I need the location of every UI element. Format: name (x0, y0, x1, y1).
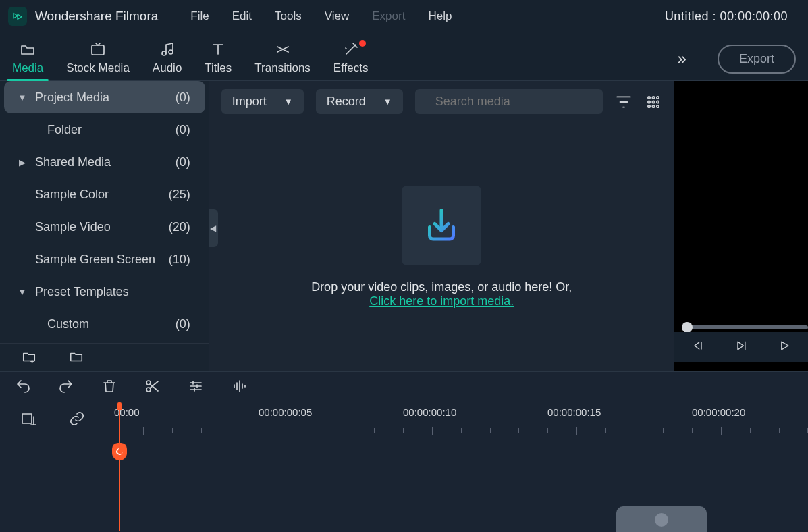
app-logo (8, 7, 27, 26)
sidebar-item-folder[interactable]: Folder(0) (4, 113, 205, 146)
media-drop-zone[interactable]: Drop your video clips, images, or audio … (209, 122, 674, 371)
sidebar-item-custom[interactable]: Custom(0) (4, 308, 205, 340)
filter-icon[interactable] (615, 93, 632, 111)
expand-arrow-icon: ▶ (16, 157, 28, 167)
document-title: Untitled : 00:00:00:00 (665, 9, 800, 24)
sidebar-item-label: Sample Color (35, 188, 161, 202)
expand-arrow-icon: ▼ (16, 92, 28, 103)
sidebar-collapse-handle[interactable]: ◀ (209, 209, 218, 247)
svg-point-12 (657, 105, 659, 107)
tab-audio[interactable]: Audio (153, 41, 182, 80)
svg-point-7 (648, 101, 650, 103)
record-label: Record (327, 95, 366, 109)
new-folder-icon[interactable] (69, 349, 84, 367)
text-icon (210, 41, 226, 57)
delete-button[interactable] (101, 378, 117, 397)
adjust-button[interactable] (188, 378, 204, 397)
sidebar-item-sample-green-screen[interactable]: Sample Green Screen(10) (4, 243, 205, 275)
clip-placeholder (616, 506, 707, 532)
tab-stock-media[interactable]: Stock Media (66, 41, 130, 80)
tab-label: Transitions (254, 61, 311, 75)
sidebar-item-label: Folder (47, 123, 161, 137)
sidebar-item-label: Project Media (35, 90, 161, 105)
redo-button[interactable] (58, 378, 74, 397)
svg-rect-0 (92, 45, 104, 55)
preview-pane (674, 81, 808, 371)
menu-view[interactable]: View (315, 5, 359, 27)
prev-frame-button[interactable] (691, 339, 705, 355)
more-tabs-button[interactable]: » (670, 45, 695, 72)
menu-file[interactable]: File (181, 5, 218, 27)
sidebar-item-sample-color[interactable]: Sample Color(25) (4, 178, 205, 211)
timeline-toolbar (0, 371, 808, 402)
timecode-label: 00:00:00:10 (403, 406, 456, 418)
preview-seek-slider[interactable] (684, 325, 808, 329)
expand-arrow-icon: ▼ (16, 287, 28, 297)
slider-knob[interactable] (682, 322, 693, 333)
sidebar-item-label: Preset Templates (35, 285, 161, 299)
import-dropdown[interactable]: Import ▼ (221, 89, 304, 114)
playhead-knob[interactable] (112, 443, 127, 460)
menu-tools[interactable]: Tools (265, 5, 311, 27)
download-icon (421, 205, 462, 246)
add-track-button[interactable] (20, 410, 36, 429)
tab-effects[interactable]: Effects (333, 41, 369, 80)
audio-mixer-button[interactable] (231, 378, 247, 397)
export-button[interactable]: Export (718, 45, 796, 74)
tab-titles[interactable]: Titles (205, 41, 232, 80)
logo-icon (11, 10, 24, 22)
sidebar-item-count: (0) (161, 155, 190, 169)
svg-rect-15 (22, 414, 32, 423)
notification-dot (359, 40, 366, 47)
sidebar-item-sample-video[interactable]: Sample Video(20) (4, 211, 205, 243)
svg-point-4 (648, 96, 650, 98)
import-link[interactable]: Click here to import media. (369, 294, 514, 308)
play-step-button[interactable] (734, 339, 748, 355)
sidebar-item-count: (0) (161, 317, 190, 331)
svg-point-6 (657, 96, 659, 98)
tab-label: Titles (205, 61, 232, 75)
stock-icon (90, 41, 106, 57)
search-media[interactable] (415, 89, 603, 114)
import-icon-box (402, 186, 481, 265)
timecode-label: 00:00:00:05 (259, 406, 312, 418)
sidebar-item-label: Shared Media (35, 155, 161, 169)
playhead[interactable] (119, 402, 120, 531)
sidebar-item-count: (20) (161, 220, 190, 234)
grid-view-icon[interactable] (645, 93, 662, 111)
menu-bar: Wondershare Filmora File Edit Tools View… (0, 0, 808, 32)
svg-point-8 (652, 101, 654, 103)
preview-controls (674, 332, 808, 362)
search-input[interactable] (435, 95, 592, 109)
magic-icon (343, 41, 359, 57)
svg-point-5 (652, 96, 654, 98)
tab-transitions[interactable]: Transitions (254, 41, 311, 80)
sidebar-item-count: (0) (161, 90, 190, 105)
sidebar-item-label: Sample Video (35, 220, 161, 234)
sidebar-item-preset-templates[interactable]: ▼Preset Templates (4, 275, 205, 308)
drop-text: Drop your video clips, images, or audio … (311, 280, 572, 309)
new-folder-plus-icon[interactable] (22, 349, 36, 367)
sidebar-item-label: Custom (47, 317, 161, 331)
split-button[interactable] (144, 378, 161, 397)
sidebar-item-project-media[interactable]: ▼Project Media(0) (4, 81, 205, 113)
sidebar-item-shared-media[interactable]: ▶Shared Media(0) (4, 146, 205, 178)
menu-help[interactable]: Help (419, 5, 461, 27)
sidebar-item-label: Sample Green Screen (35, 252, 161, 267)
chevron-down-icon: ▼ (383, 97, 392, 107)
sidebar-footer (0, 343, 209, 371)
folder-icon (20, 41, 36, 57)
play-button[interactable] (778, 339, 791, 355)
sidebar-item-count: (10) (161, 252, 190, 267)
link-button[interactable] (69, 410, 85, 429)
svg-point-10 (648, 105, 650, 107)
svg-point-1 (162, 51, 166, 55)
undo-button[interactable] (15, 378, 31, 397)
tool-tabs: Media Stock Media Audio Titles Transitio… (0, 32, 808, 81)
tab-media[interactable]: Media (12, 41, 43, 80)
record-dropdown[interactable]: Record ▼ (316, 89, 403, 114)
transition-icon (275, 41, 291, 57)
menu-edit[interactable]: Edit (223, 5, 261, 27)
tab-label: Stock Media (66, 61, 130, 75)
tab-label: Audio (153, 61, 182, 75)
